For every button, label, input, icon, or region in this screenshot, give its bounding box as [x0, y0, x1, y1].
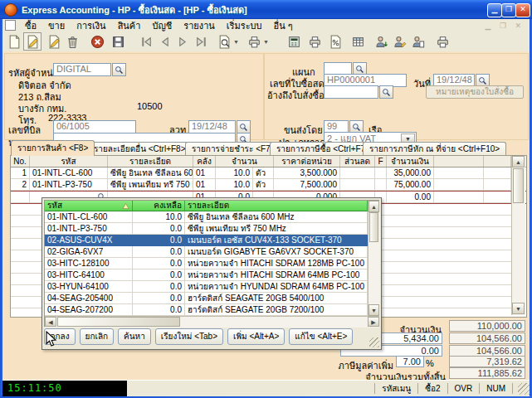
tax-invoice-button[interactable] — [326, 32, 344, 51]
menu-inventory[interactable]: สินค้า — [112, 18, 147, 33]
item-table-button[interactable] — [349, 32, 367, 51]
tab-items[interactable]: รายการสินค้า <F8> — [11, 140, 95, 156]
next-record-button[interactable] — [173, 32, 192, 51]
menu-accounting[interactable]: บัญชี — [146, 18, 178, 33]
magnifier-icon — [355, 65, 364, 74]
lookup-row[interactable]: 01-INTL-CL-600 10.0 ซีพียู อินเทล ซีลีลอ… — [45, 211, 378, 223]
lookup-col-desc[interactable]: รายละเอียด — [185, 201, 368, 211]
lookup-cell-desc: หน่วยความจำ HITACHI SDRAM 128MB PC-100 — [185, 258, 368, 269]
po-ref-field[interactable] — [324, 85, 378, 99]
contact-report-button[interactable] — [408, 32, 427, 51]
menu-setup[interactable]: เริ่มระบบ — [221, 18, 268, 33]
scroll-left-icon[interactable]: ◀ — [45, 317, 56, 327]
col-amount: จำนวนเงิน — [387, 156, 434, 167]
po-ref-label: อ้างถึงใบสั่งซื้อ — [267, 88, 325, 103]
item-row[interactable]: 1 01-INTL-CL-600 ซีพียู อินเทล ซีลีลอน 6… — [11, 167, 526, 179]
lookup-row[interactable]: 03-HITC-64100 0.0 หน่วยความจำ HITACHI SD… — [45, 269, 378, 281]
new-document-icon — [7, 35, 22, 49]
menu-sale[interactable]: ขาย — [42, 18, 71, 33]
cash-register-button[interactable] — [285, 32, 303, 51]
contact-lookup-button[interactable] — [372, 32, 390, 51]
lookup-row[interactable]: 03-HITC-128100 0.0 หน่วยความจำ HITACHI S… — [45, 258, 378, 269]
scroll-up-icon[interactable]: ▲ — [368, 201, 379, 212]
po-remark-button[interactable]: หมายเหตุของใบสั่งซื้อ — [426, 85, 524, 99]
lookup-row-selected[interactable]: 02-ASUS-CUV4X 0.0 เมนบอร์ด เอซัส CUV4X-1… — [45, 235, 378, 246]
cancel-record-button[interactable] — [88, 32, 106, 51]
scroll-up-icon[interactable]: ▲ — [512, 156, 525, 167]
col-desc: รายละเอียด — [108, 156, 193, 167]
menu-code-value: ซื้อ2 — [418, 383, 447, 394]
copy-document-button[interactable] — [45, 32, 63, 51]
delete-document-button[interactable] — [63, 32, 81, 51]
new-document-button[interactable] — [5, 32, 23, 51]
lookup-row[interactable]: 03-HYUN-64100 0.0 หน่วยความจำ HYUNDAI SD… — [45, 281, 378, 293]
resort-button[interactable]: เรียงใหม่ <Tab> — [155, 328, 223, 345]
supplier-lookup-button[interactable] — [112, 63, 126, 76]
lookup-horizontal-scrollbar[interactable]: ◀ ▶ — [45, 316, 379, 328]
lookup-col-qty[interactable]: คงเหลือ — [133, 201, 185, 211]
lookup-vertical-scrollbar[interactable]: ▲ ▼ — [368, 201, 380, 316]
print-preview-button[interactable] — [215, 32, 233, 51]
add-button[interactable]: เพิ่ม <Alt+A> — [227, 328, 285, 345]
search-button[interactable]: ค้นหา — [118, 328, 151, 345]
child-window-icon[interactable] — [5, 20, 16, 31]
lookup-col-code-label: รหัส — [47, 201, 62, 210]
lookup-row[interactable]: 02-GIGA-6VX7 0.0 เมนบอร์ด GIGABYTE GA6VX… — [45, 246, 378, 258]
lookup-cell-code: 03-HITC-64100 — [45, 269, 133, 281]
lookup-cell-code: 04-SEAG-207200 — [45, 304, 133, 316]
print-preview-dropdown[interactable]: ▼ — [233, 39, 240, 45]
print-button[interactable] — [245, 32, 263, 51]
cancel-button[interactable]: ยกเลิก — [80, 328, 115, 345]
po-ref-lookup-button[interactable] — [379, 85, 393, 99]
lookup-col-code[interactable]: รหัส — [45, 201, 133, 211]
tab-withholding-tax[interactable]: รายการภาษีหัก ณ ที่จ่าย <Ctrl+F10> — [363, 142, 506, 156]
edit-document-button[interactable] — [23, 32, 41, 51]
close-button[interactable]: ✕ — [515, 3, 530, 17]
minimize-button[interactable]: ▁ — [487, 3, 502, 17]
lookup-row[interactable]: 01-INTL-P3-750 0.0 ซีพียู เพนเทียม ทรี 7… — [45, 223, 378, 235]
vat-rate-field[interactable]: 7.00 — [396, 356, 424, 367]
mdi-child-controls[interactable]: ▁ ❐ ✕ — [485, 22, 525, 30]
first-record-button[interactable] — [137, 32, 155, 51]
lookup-cell-code: 02-ASUS-CUV4X — [45, 235, 133, 246]
contact-edit-button[interactable] — [390, 32, 408, 51]
tax-invoice-icon — [329, 35, 343, 49]
lookup-hscroll-thumb[interactable] — [57, 317, 180, 327]
supplier-code-field[interactable]: DIGITAL — [53, 63, 111, 76]
tab-payments[interactable]: รายการจ่ายชำระ <F7> — [185, 142, 282, 156]
menu-others[interactable]: อื่น ๆ — [268, 18, 299, 33]
grid-scroll-thumb[interactable] — [513, 168, 524, 203]
edit-button[interactable]: แก้ไข <Alt+E> — [289, 328, 353, 345]
previous-record-button[interactable] — [155, 32, 173, 51]
resize-grip[interactable] — [369, 337, 379, 347]
trash-icon — [66, 35, 80, 49]
print-form-button[interactable] — [305, 32, 324, 51]
scroll-down-icon[interactable]: ▼ — [512, 303, 525, 314]
menu-purchase[interactable]: ซื้อ — [19, 18, 42, 33]
cell-amount: 0.00 — [387, 192, 434, 203]
bill-no-field[interactable]: 06/1005 — [53, 120, 136, 133]
lookup-row[interactable]: 04-SEAG-205400 0.0 ฮาร์ดดิสก์ SEAGATE 20… — [45, 293, 378, 304]
last-record-button[interactable] — [192, 32, 210, 51]
lookup-scroll-thumb[interactable] — [369, 212, 378, 242]
toolbar: ▼ ▼ — [2, 32, 530, 52]
item-row[interactable]: 2 01-INTL-P3-750 ซีพียู เพนเทียม ทรี 750… — [11, 179, 526, 191]
menu-finance[interactable]: การเงิน — [71, 18, 111, 33]
bill-date-field[interactable]: 19/12/48 — [188, 120, 236, 133]
bill-date-lookup-button[interactable] — [237, 120, 251, 133]
previous-record-icon — [158, 35, 172, 49]
menu-reports[interactable]: รายงาน — [178, 18, 221, 33]
lookup-row[interactable]: 04-SEAG-207200 0.0 ฮาร์ดดิสก์ SEAGATE 20… — [45, 304, 378, 316]
scroll-down-icon[interactable]: ▼ — [368, 304, 379, 316]
tab-purchase-tax[interactable]: รายการภาษีซื้อ <Ctrl+F7> — [270, 142, 377, 156]
statusbar-resize-grip[interactable] — [518, 383, 530, 395]
scroll-right-icon[interactable]: ▶ — [368, 317, 379, 327]
cell-unit: ตัว — [253, 167, 274, 179]
print-dropdown[interactable]: ▼ — [263, 39, 270, 45]
quick-print-button[interactable] — [433, 32, 451, 51]
grid-vertical-scrollbar[interactable]: ▲ ▼ — [511, 156, 525, 315]
maximize-button[interactable]: ❐ — [501, 3, 516, 17]
tab-other-details[interactable]: รายละเอียดอื่น <Ctrl+F8> — [87, 142, 192, 156]
col-discount: ส่วนลด — [340, 156, 375, 167]
save-record-button[interactable] — [109, 32, 127, 51]
